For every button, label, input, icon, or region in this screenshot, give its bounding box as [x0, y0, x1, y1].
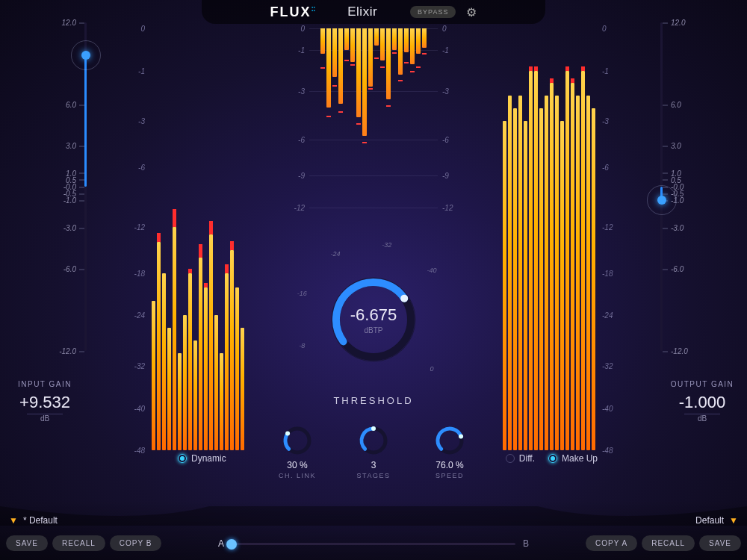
meter-bar — [560, 121, 564, 450]
dynamic-toggle[interactable] — [178, 454, 187, 463]
dynamic-label: Dynamic — [191, 453, 226, 464]
meter-bar — [565, 71, 569, 451]
svg-point-4 — [285, 432, 290, 436]
meter-bar — [204, 287, 208, 450]
gain-tick: 3.0 — [671, 142, 693, 150]
meter-bar — [586, 96, 590, 450]
meter-bar — [592, 108, 595, 450]
ab-morph-slider[interactable]: A B — [232, 543, 515, 545]
output-gain-value[interactable]: -1.000 — [657, 393, 747, 412]
threshold-unit: dBTP — [364, 326, 382, 335]
gain-tick: -12.0 — [671, 347, 693, 355]
makeup-toggle[interactable] — [548, 454, 557, 463]
gain-tick: 6.0 — [54, 101, 76, 109]
input-gain-value[interactable]: +9.532 — [0, 393, 90, 412]
input-gain-scale: 12.06.03.01.00.5-0.0-0.5-1.0-3.0-6.0-12.… — [54, 22, 76, 351]
meter-bar — [550, 83, 554, 450]
meter-bar — [581, 71, 585, 451]
gain-tick: 3.0 — [54, 142, 76, 150]
input-gain-column: 12.06.03.01.00.5-0.0-0.5-1.0-3.0-6.0-12.… — [0, 18, 90, 436]
input-gain-thumb[interactable] — [71, 40, 101, 70]
gr-bar — [404, 28, 409, 52]
gr-bar — [410, 28, 415, 64]
threshold-value[interactable]: -6.675 — [350, 305, 397, 325]
gr-bar — [344, 28, 349, 50]
output-gain-column: 12.06.03.01.00.5-0.0-0.5-1.0-3.0-6.0-12.… — [657, 18, 747, 436]
meter-bar — [508, 96, 512, 450]
preset-a-arrow-icon[interactable]: ▼ — [9, 515, 18, 526]
threshold-knob[interactable]: -6.675 dBTP — [317, 264, 430, 376]
recall-button[interactable]: RECALL — [52, 535, 105, 551]
meter-bar — [188, 273, 192, 450]
meter-bar — [235, 287, 239, 450]
diff-label: Diff. — [519, 453, 535, 464]
brand-logo: FLUX:: — [270, 4, 315, 20]
meter-bar — [162, 273, 166, 450]
ab-thumb[interactable] — [226, 539, 237, 550]
meter-bar — [214, 315, 218, 450]
bypass-button[interactable]: BYPASS — [410, 6, 456, 18]
gr-bar — [422, 28, 427, 48]
gain-tick: -3.0 — [54, 224, 76, 232]
meter-bar — [167, 328, 171, 450]
output-gain-thumb[interactable] — [647, 185, 677, 215]
ch-link-value: 30 % — [273, 460, 322, 470]
preset-a-name[interactable]: * Default — [23, 515, 58, 526]
meter-bar — [555, 96, 559, 450]
save-button[interactable]: SAVE — [6, 535, 48, 551]
meter-bar — [518, 96, 522, 450]
gr-bar — [416, 28, 421, 54]
threshold-section: -8-16-24-32-400 -6.675 dBTP THRESHOLD — [291, 237, 456, 406]
gr-bar — [350, 28, 355, 62]
stages-value: 3 — [349, 460, 398, 470]
gain-tick: -1.0 — [54, 196, 76, 205]
output-gain-label: OUTPUT GAIN — [657, 380, 747, 388]
save-button[interactable]: SAVE — [699, 535, 741, 551]
meter-bar — [183, 315, 187, 450]
copy-a-button[interactable]: COPY A — [586, 535, 637, 551]
diff-toggle[interactable] — [506, 454, 515, 463]
meter-bar — [178, 353, 182, 450]
meter-bar — [199, 258, 202, 450]
meter-bar — [173, 227, 176, 450]
output-gain-slider[interactable] — [660, 22, 663, 351]
gr-bar — [380, 28, 385, 60]
input-gain-slider[interactable] — [84, 22, 87, 351]
ab-b-label: B — [523, 538, 529, 549]
gain-tick: 12.0 — [671, 19, 693, 27]
gr-bar — [362, 28, 367, 136]
recall-button[interactable]: RECALL — [642, 535, 695, 551]
meter-bar — [220, 353, 223, 450]
preset-b-arrow-icon[interactable]: ▼ — [729, 515, 738, 526]
ab-a-label: A — [218, 538, 224, 549]
meter-bar — [529, 71, 533, 451]
gr-bar — [356, 28, 361, 117]
input-gain-label: INPUT GAIN — [0, 380, 90, 388]
gr-bar — [332, 28, 337, 77]
gr-bar — [368, 28, 373, 87]
preset-b-name[interactable]: Default — [695, 515, 724, 526]
ch-link-knob[interactable]: 30 % CH. LINK — [273, 426, 322, 479]
makeup-label: Make Up — [562, 453, 598, 464]
gr-bar — [320, 28, 325, 54]
gr-bar — [392, 28, 397, 50]
meter-bar — [534, 71, 538, 451]
output-meter: 0-1-3-6-12-18-24-32-40-48 — [500, 28, 598, 450]
gain-tick: 12.0 — [54, 19, 76, 27]
gr-bar — [386, 28, 391, 99]
footer-swoop — [0, 499, 747, 526]
output-gain-unit: dB — [684, 414, 720, 423]
gr-bar — [374, 28, 379, 46]
meter-bar — [576, 96, 580, 450]
speed-knob[interactable]: 76.0 % SPEED — [425, 426, 474, 479]
output-gain-scale: 12.06.03.01.00.5-0.0-0.5-1.0-3.0-6.0-12.… — [671, 22, 693, 351]
gr-bar — [398, 28, 403, 75]
gain-tick: -6.0 — [54, 265, 76, 273]
product-title: Elixir — [347, 4, 377, 19]
gear-icon[interactable]: ⚙ — [466, 5, 477, 19]
copy-b-button[interactable]: COPY B — [110, 535, 162, 551]
stages-label: STAGES — [349, 472, 398, 479]
gr-bar — [338, 28, 343, 104]
gain-tick: 6.0 — [671, 101, 693, 109]
stages-knob[interactable]: 3 STAGES — [349, 426, 398, 479]
